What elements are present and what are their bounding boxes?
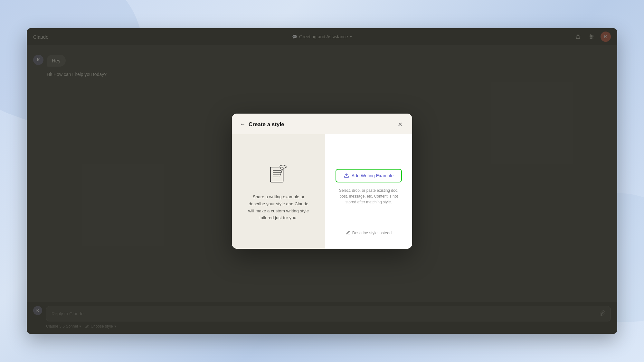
writing-illustration xyxy=(266,161,291,187)
modal-back-button[interactable]: ← xyxy=(240,121,245,128)
modal-header: ← Create a style ✕ xyxy=(232,114,412,134)
back-icon: ← xyxy=(240,121,245,128)
modal-overlay: ← Create a style ✕ xyxy=(27,28,617,334)
left-description: Share a writing example or describe your… xyxy=(246,193,311,221)
describe-icon xyxy=(346,230,350,236)
add-writing-example-button[interactable]: Add Writing Example xyxy=(336,169,402,182)
close-icon: ✕ xyxy=(398,121,402,128)
right-content: Add Writing Example Select, drop, or pas… xyxy=(332,144,406,230)
add-example-hint: Select, drop, or paste existing doc, pos… xyxy=(336,188,401,205)
create-style-modal: ← Create a style ✕ xyxy=(232,114,412,249)
modal-right-panel: Add Writing Example Select, drop, or pas… xyxy=(325,134,412,249)
modal-left-panel: Share a writing example or describe your… xyxy=(232,134,325,249)
describe-style-link[interactable]: Describe style instead xyxy=(346,230,392,239)
modal-title: Create a style xyxy=(249,121,392,128)
app-window: Claude 💬 Greeting and Assistance ▾ K K xyxy=(27,28,617,334)
add-example-label: Add Writing Example xyxy=(352,173,393,178)
modal-body: Share a writing example or describe your… xyxy=(232,134,412,249)
modal-close-button[interactable]: ✕ xyxy=(395,120,404,129)
describe-label: Describe style instead xyxy=(352,231,392,235)
